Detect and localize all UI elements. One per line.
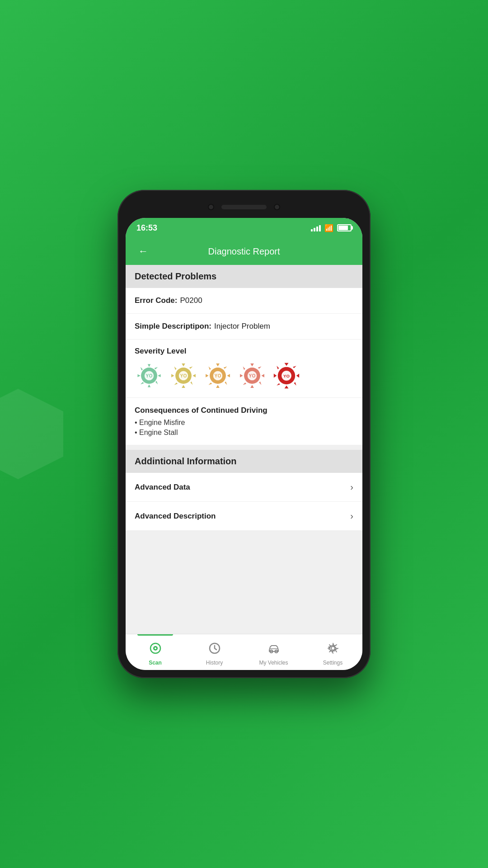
error-code-label: Error Code: (135, 296, 177, 305)
additional-info-header: Addintional Information (126, 450, 362, 473)
severity-row: Severity Level YO (126, 340, 362, 398)
nav-scan-label: Scan (149, 660, 162, 666)
status-icons: 📶 (311, 224, 352, 232)
camera-right (274, 204, 280, 210)
nav-settings[interactable]: Settings (303, 634, 362, 670)
consequences-title: Consequences of Continued Driving (135, 406, 353, 415)
nav-settings-label: Settings (323, 660, 343, 666)
advanced-description-chevron: › (350, 511, 353, 521)
svg-text:YO: YO (180, 373, 187, 378)
svg-text:YO: YO (146, 373, 153, 378)
severity-gear-4: YO (238, 361, 267, 390)
svg-text:YO: YO (283, 373, 290, 378)
simple-desc-value: Injector Problem (214, 322, 270, 331)
simple-desc-row: Simple Descriptipon: Injector Problem (126, 314, 362, 340)
additional-info-title: Addintional Information (135, 456, 237, 466)
consequences-row: Consequences of Continued Driving • Engi… (126, 398, 362, 445)
advanced-data-chevron: › (350, 482, 353, 492)
advanced-data-label: Advanced Data (135, 483, 190, 492)
svg-text:YO: YO (215, 373, 221, 378)
camera-left (208, 204, 214, 210)
back-button[interactable]: ← (135, 242, 152, 261)
battery-icon (337, 224, 352, 231)
wifi-icon: 📶 (324, 224, 333, 232)
phone-notch (126, 198, 362, 216)
outer-background: 16:53 📶 ← Diagnostic Rep (0, 0, 488, 868)
status-bar: 16:53 📶 (126, 218, 362, 238)
nav-history[interactable]: History (185, 634, 244, 670)
status-time: 16:53 (136, 223, 157, 233)
main-content: Detected Problems Error Code: P0200 Simp… (126, 265, 362, 634)
settings-icon (327, 642, 339, 658)
bottom-nav: Scan History (126, 634, 362, 670)
advanced-description-label: Advanced Description (135, 512, 216, 521)
simple-desc-label: Simple Descriptipon: (135, 322, 211, 331)
error-code-row: Error Code: P0200 (126, 288, 362, 314)
consequence-1: • Engine Misfire (135, 419, 353, 427)
severity-gear-1: YO (135, 361, 164, 390)
severity-label: Severity Level (135, 347, 353, 356)
additional-info-card: Advanced Data › Advanced Description › (126, 473, 362, 531)
nav-scan[interactable]: Scan (126, 634, 185, 670)
error-code-value: P0200 (180, 296, 202, 305)
phone-screen: 16:53 📶 ← Diagnostic Rep (126, 218, 362, 670)
detected-problems-header: Detected Problems (126, 265, 362, 288)
phone-frame: 16:53 📶 ← Diagnostic Rep (117, 190, 371, 678)
svg-text:YO: YO (249, 373, 256, 378)
my-vehicles-icon (267, 642, 280, 658)
signal-icon (311, 224, 321, 231)
advanced-description-row[interactable]: Advanced Description › (126, 502, 362, 531)
severity-gear-5: YO (272, 361, 301, 390)
nav-my-vehicles-label: My Vehicles (259, 660, 288, 666)
speaker (221, 205, 267, 209)
header-title: Diagnostic Report (208, 246, 280, 257)
detected-problems-title: Detected Problems (135, 271, 216, 281)
consequence-2: • Engine Stall (135, 429, 353, 437)
app-header: ← Diagnostic Report (126, 238, 362, 265)
battery-fill (338, 226, 348, 230)
svg-point-17 (155, 647, 156, 649)
nav-history-label: History (206, 660, 223, 666)
advanced-data-row[interactable]: Advanced Data › (126, 473, 362, 502)
severity-gear-2: YO (169, 361, 198, 390)
section-gap (126, 445, 362, 450)
scan-icon (149, 642, 162, 658)
nav-my-vehicles[interactable]: My Vehicles (244, 634, 303, 670)
history-icon (208, 642, 221, 658)
severity-gear-3: YO (203, 361, 232, 390)
detected-problems-card: Error Code: P0200 Simple Descriptipon: I… (126, 288, 362, 445)
severity-icons: YO (135, 361, 353, 390)
